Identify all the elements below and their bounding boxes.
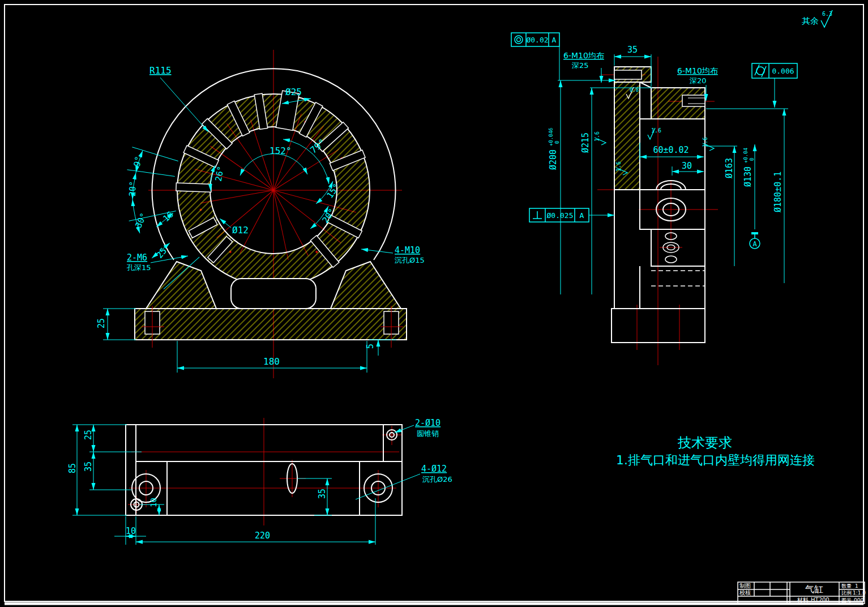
tech-title: 技术要求 — [677, 435, 732, 451]
label-2m6: 2-M6 — [127, 253, 147, 263]
dim-a20l: 20° — [127, 181, 138, 197]
technical-requirements: 技术要求 1.排气口和进气口内壁均得用网连接 — [616, 435, 815, 467]
svg-text:Ø130: Ø130 — [743, 166, 753, 187]
dim-25b: 25 — [83, 430, 93, 440]
dim-d130: Ø130 +0.04 0 — [743, 148, 755, 187]
label-2m6-depth: 孔深15 — [126, 263, 151, 272]
concentricity-icon — [515, 36, 523, 44]
side-view: Ø0.02 A 0.006 Ø0.025 A A 6-M10均布 深25 6-M… — [511, 33, 797, 365]
tech-item1: 1.排气口和进气口内壁均得用网连接 — [616, 453, 815, 467]
tb-scale-label: 比例 — [841, 590, 852, 596]
dim-220: 220 — [255, 531, 270, 541]
label-cbore-size: 沉孔Ø26 — [422, 475, 452, 484]
bottom-centerlines — [128, 418, 402, 525]
fcf3-datum: A — [580, 211, 584, 220]
side-dim-text: 6-M10均布 深25 6-M10均布 深20 35 Ø200 +0.046 0… — [548, 45, 783, 212]
side-dimensions — [558, 46, 788, 294]
label-tapA: 6-M10均布 — [563, 51, 605, 60]
fcf1-tolerance: Ø0.02 — [526, 36, 548, 44]
dim-d163: Ø163 — [724, 158, 734, 178]
cylindricity-icon — [755, 65, 766, 77]
tb-drawingno-value: 000 — [854, 597, 863, 603]
dim-30: 30 — [682, 161, 692, 171]
fcf3-tolerance: Ø0.025 — [547, 211, 574, 220]
label-tapA-depth: 深25 — [571, 61, 589, 70]
datum-a-flag: A — [750, 233, 760, 249]
dim-10v: 10 — [149, 498, 158, 507]
tapped-hole-right — [682, 95, 705, 106]
fcf1-datum: A — [552, 36, 557, 44]
label-4m10: 4-M10 — [395, 245, 420, 255]
dim-35: 35 — [627, 45, 638, 55]
dim-r115: R115 — [149, 65, 172, 76]
front-view: R115 Ø25 152° 79° 26° 9° 20° 30° 16 25 1… — [96, 50, 425, 378]
dim-10h: 10 — [126, 526, 136, 536]
dim-35mid: 35 — [317, 489, 327, 499]
bottom-dim-text: 2-Ø10 圆锥销 4-Ø12 沉孔Ø26 85 25 35 10 10 220… — [67, 418, 452, 541]
svg-text:0: 0 — [554, 141, 560, 144]
svg-text:Ø200: Ø200 — [548, 149, 558, 170]
tb-material-label: 材料 — [797, 597, 809, 603]
general-roughness-note: 其余 6.3 — [802, 10, 832, 27]
svg-text:1.6: 1.6 — [702, 137, 708, 147]
fcf-concentricity: Ø0.02 A — [511, 33, 559, 46]
label-cbore: 4-Ø12 — [421, 464, 447, 474]
label-tapB-depth: 深20 — [689, 76, 707, 85]
tb-material-value: HT200 — [811, 597, 829, 603]
dim-85: 85 — [67, 463, 78, 473]
cad-drawing-canvas: R115 Ø25 152° 79° 26° 9° 20° 30° 16 25 1… — [0, 0, 868, 607]
svg-text:+0.04: +0.04 — [743, 148, 749, 163]
bottom-dimensions — [72, 425, 420, 545]
dim-a30: 30° — [133, 211, 149, 229]
dim-a152: 152° — [270, 146, 292, 156]
title-block: 制图 校核 气缸 数量 1 比例 1:1.0 材料 HT200 图号 000 — [738, 582, 866, 604]
dim-d180: Ø180±0.1 — [773, 172, 783, 212]
sheet-frame — [5, 5, 863, 604]
label-pin: 2-Ø10 — [415, 418, 441, 428]
dim-a26: 26° — [213, 165, 226, 182]
svg-text:+0.046: +0.046 — [548, 127, 554, 146]
tb-drawn-label: 制图 — [739, 583, 751, 589]
note-prefix: 其余 — [802, 16, 819, 26]
fcf2-tolerance: 0.006 — [772, 67, 794, 75]
tb-part-name: 气缸 — [805, 584, 823, 595]
label-tapB: 6-M10均布 — [677, 66, 719, 75]
label-4m10-cbore: 沉孔Ø15 — [394, 256, 425, 264]
dim-a9: 9° — [132, 155, 144, 167]
tb-qty-label: 数量 — [841, 583, 852, 589]
tb-checked-label: 校核 — [739, 589, 751, 596]
label-pin-type: 圆锥销 — [417, 429, 439, 438]
tapped-hole-top — [614, 70, 642, 79]
tb-drawingno-label: 图号 — [841, 597, 852, 603]
dim-60: 60±0.02 — [653, 145, 689, 155]
svg-text:1.6: 1.6 — [594, 131, 600, 142]
dim-d215: Ø215 — [580, 132, 591, 153]
dim-base-h: 25 — [96, 318, 106, 328]
dim-d25: Ø25 — [285, 87, 302, 97]
dim-5: 5 — [365, 344, 375, 349]
tb-qty-value: 1 — [855, 583, 858, 589]
svg-text:0.8: 0.8 — [630, 87, 639, 93]
fcf-perpendicularity: Ø0.025 A — [529, 208, 589, 222]
datum-a-label: A — [752, 240, 757, 248]
perpendicularity-icon — [533, 211, 542, 219]
fcf-cylindricity: 0.006 — [752, 63, 797, 78]
note-roughness: 6.3 — [822, 11, 832, 17]
tb-scale-value: 1:1.0 — [853, 590, 866, 596]
svg-text:1.6: 1.6 — [651, 127, 661, 134]
svg-text:0: 0 — [749, 158, 755, 161]
dim-base-w: 180 — [263, 356, 280, 367]
dim-35left: 35 — [83, 461, 93, 472]
dim-d12: Ø12 — [232, 225, 249, 236]
base-arch-cutout — [231, 279, 316, 309]
svg-text:1.6: 1.6 — [615, 161, 622, 172]
bottom-view: 2-Ø10 圆锥销 4-Ø12 沉孔Ø26 85 25 35 10 10 220… — [67, 418, 452, 545]
dim-d200: Ø200 +0.046 0 — [548, 127, 560, 170]
